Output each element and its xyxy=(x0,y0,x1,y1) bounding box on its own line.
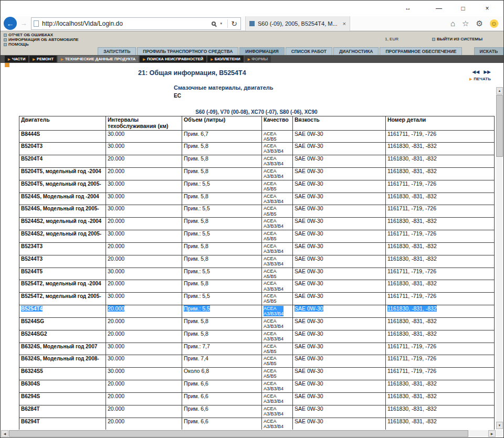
subtab-bulletins[interactable]: ▶ БЮЛЛЕТЕНИ xyxy=(207,56,243,62)
tab-information[interactable]: ИНФОРМАЦИЯ xyxy=(239,47,284,55)
table-row[interactable]: B5254T2, модельный год -2004 20.000 Прим… xyxy=(19,280,495,293)
cell-interval: 30.000 xyxy=(106,193,182,205)
table-row[interactable]: B5244S, Модельный год 2005- 30.000 Прим.… xyxy=(19,205,495,218)
minimize-button[interactable]: — xyxy=(427,3,451,14)
tab-launch[interactable]: ЗАПУСТИТЬ xyxy=(98,47,136,55)
print-button[interactable]: ▶ ПЕЧАТЬ xyxy=(469,77,491,81)
table-row[interactable]: B5204T4 20.000 Прим. 5,8 ACEA A3/B3/B4 S… xyxy=(19,155,495,168)
table-row[interactable]: B5244T5 30.000 Прим.: 5,5 ACEA A5/B5 SAE… xyxy=(19,268,495,280)
table-row[interactable]: B6284T 20.000 Прим. 6,6 ACEA A3/B3/B4 SA… xyxy=(19,405,495,418)
cell-interval: 20.000 xyxy=(106,405,182,418)
link-error-report[interactable]: ОТЧЕТ ОБ ОШИБКАХ xyxy=(4,33,79,37)
cell-engine: B5244S2, модельный год 2005- xyxy=(19,230,106,243)
nav-prev-icon[interactable]: ◀◀ xyxy=(472,69,479,74)
cell-quality: ACEA A3/B3/B4 xyxy=(262,143,293,155)
cell-part-number: 1161830, -831, -832 xyxy=(386,280,495,293)
cell-engine: B6324S, Модельный год 2007 xyxy=(19,343,106,355)
feedback-smiley-icon[interactable]: ☺ xyxy=(490,19,498,28)
table-row[interactable]: B5244S, Модельный год -2004 30.000 Прим.… xyxy=(19,193,495,205)
table-row[interactable]: B6294T 20.000 Прим. 6,6 ACEA A3/B3/B4 SA… xyxy=(19,418,495,430)
table-row[interactable]: B5254T2, модельный год 2005- 30.000 Прим… xyxy=(19,293,495,305)
cell-part-number: 1161830, -831, -832 xyxy=(386,255,495,268)
table-row[interactable]: B5244SG 20.000 Прим. 5,8 ACEA A3/B3/B4 S… xyxy=(19,317,495,330)
home-icon[interactable]: ⌂ xyxy=(450,19,455,28)
link-vehicle-info[interactable]: ИНФОРМАЦИЯ ОБ АВТОМОБИЛЕ xyxy=(4,37,79,42)
arrow-icon: ▶ xyxy=(211,57,213,61)
subtab-parts[interactable]: ▶ ЧАСТИ xyxy=(5,56,28,62)
cell-part-number: 1161830, -831, -832 xyxy=(386,167,495,180)
table-row[interactable]: B6324S, Модельный год 2007 30.000 Прим.:… xyxy=(19,343,495,355)
cell-volume: Прим. 5,8 xyxy=(182,167,262,180)
table-row[interactable]: B5204T5, модельный год 2005- 30.000 Прим… xyxy=(19,180,495,193)
table-row[interactable]: B5244S2, модельный год -2004 20.000 Прим… xyxy=(19,218,495,230)
tab-search[interactable]: ИСКАТЬ xyxy=(474,47,503,55)
subtab-fault-tracing[interactable]: ▶ ПОИСКА НЕИСПРАВНОСТЕЙ xyxy=(140,56,206,62)
cell-engine: B6324S5 xyxy=(19,368,106,380)
logout-button[interactable]: ВЫЙТИ ИЗ СИСТЕМЫ xyxy=(432,37,482,41)
tab-diagnostics[interactable]: ДИАГНОСТИКА xyxy=(333,47,379,55)
vertical-scroll-thumb[interactable] xyxy=(496,95,503,157)
cell-interval: 20.000 xyxy=(106,242,182,255)
table-row[interactable]: B6324S, Модельный год 2008- 30.000 Прим.… xyxy=(19,355,495,368)
cell-part-number: 1161830, -831, -832 xyxy=(386,380,495,393)
browser-tab[interactable]: S60 (-09), 2005, B5254T4, M... × xyxy=(245,16,350,31)
cell-quality: ACEA A5/B5 xyxy=(262,355,293,368)
table-row[interactable]: B5244S2, модельный год 2005- 30.000 Прим… xyxy=(19,230,495,243)
scroll-right-icon[interactable]: ▶ xyxy=(488,430,496,437)
back-button[interactable]: ← xyxy=(4,17,17,30)
address-bar[interactable]: http://localhost/Vida/Login.do ▼ ↻ xyxy=(31,17,241,30)
table-row[interactable]: B6294S 20.000 Прим. 6,6 ACEA A3/B3/B4 SA… xyxy=(19,392,495,405)
cell-part-number: 1161830, -831, -832 xyxy=(386,305,495,318)
subtab-label: ФОРМЫ xyxy=(251,57,268,61)
link-icon xyxy=(4,43,7,46)
url-text[interactable]: http://localhost/Vida/Login.do xyxy=(42,20,212,27)
col-quality: Качество xyxy=(262,116,293,131)
scroll-left-icon[interactable]: ◀ xyxy=(1,430,8,437)
maximize-button[interactable]: □ xyxy=(451,3,475,14)
table-row[interactable]: B5204T3 30.000 Прим. 5,8 ACEA A3/B3/B4 S… xyxy=(19,143,495,155)
table-row[interactable]: B5234T3 20.000 Прим. 5,8 ACEA A3/B3/B4 S… xyxy=(19,242,495,255)
section-subtitle: ЕС xyxy=(174,93,181,99)
subtab-repair[interactable]: ▶ РЕМОНТ xyxy=(29,56,57,62)
refresh-icon[interactable]: ↻ xyxy=(231,19,237,28)
horizontal-scroll-thumb[interactable] xyxy=(9,430,468,437)
table-row[interactable]: B6324S5 30.000 Около 6,8 ACEA A5/B5 SAE … xyxy=(19,368,495,380)
table-row[interactable]: B5244T3 20.000 Прим. 5,8 ACEA A3/B3/B4 S… xyxy=(19,255,495,268)
tab-close-icon[interactable]: × xyxy=(343,20,346,27)
table-row[interactable]: B5254T4 20.000 Прим.: 5,5 ACEA A3/B3/B4 … xyxy=(19,305,495,318)
panel-toggle-icon[interactable] xyxy=(5,63,9,67)
subtab-label: ТЕХНИЧЕСКИЕ ДАННЫЕ ПРОДУКТА xyxy=(65,57,136,61)
cell-engine: B5204T4 xyxy=(19,155,106,168)
settings-gear-icon[interactable]: ⚙ xyxy=(476,19,483,28)
tab-job-list[interactable]: СПИСОК РАБОТ xyxy=(286,47,332,55)
tab-vehicle-profile[interactable]: ПРОФИЛЬ ТРАНСПОРТНОГО СРЕДСТВА xyxy=(137,47,238,55)
cell-viscosity: SAE 0W-30 xyxy=(293,193,386,205)
cell-quality: ACEA A5/B5 xyxy=(262,368,293,380)
cell-interval: 20.000 xyxy=(106,330,182,343)
cell-part-number: 1161711, -719, -726 xyxy=(386,180,495,193)
cell-part-number: 1161830, -831, -832 xyxy=(386,330,495,343)
scroll-down-icon[interactable]: ▼ xyxy=(496,422,503,429)
cell-part-number: 1161830, -831, -832 xyxy=(386,317,495,330)
close-button[interactable]: × xyxy=(475,3,499,14)
chevron-down-icon[interactable]: ▼ xyxy=(219,22,223,25)
horizontal-scrollbar[interactable]: ◀ ▶ xyxy=(1,430,496,437)
table-row[interactable]: B5204T5, модельный год -2004 20.000 Прим… xyxy=(19,167,495,180)
cell-part-number: 1161830, -831, -832 xyxy=(386,155,495,168)
tab-software[interactable]: ПРОГРАММНОЕ ОБЕСПЕЧЕНИЕ xyxy=(380,47,462,55)
subtab-forms[interactable]: ▶ ФОРМЫ xyxy=(245,56,271,62)
logout-label: ВЫЙТИ ИЗ СИСТЕМЫ xyxy=(437,37,482,41)
forward-button[interactable]: → xyxy=(18,18,29,29)
vertical-scrollbar[interactable]: ▲ ▼ xyxy=(496,87,503,429)
cell-interval: 30.000 xyxy=(106,180,182,193)
scroll-up-icon[interactable]: ▲ xyxy=(496,87,503,94)
table-row[interactable]: B8444S 30.000 Прим. 6,7 ACEA A5/B5 SAE 0… xyxy=(19,130,495,143)
table-row[interactable]: B6304S 20.000 Прим. 6,6 ACEA A3/B3/B4 SA… xyxy=(19,380,495,393)
subtab-product-technical-data[interactable]: ▶ ТЕХНИЧЕСКИЕ ДАННЫЕ ПРОДУКТА xyxy=(58,56,139,62)
table-row[interactable]: B5244SG2 20.000 Прим. 5,8 ACEA A3/B3/B4 … xyxy=(19,330,495,343)
cell-viscosity: SAE 0W-30 xyxy=(293,255,386,268)
link-help[interactable]: ПОМОЩЬ xyxy=(4,42,79,47)
nav-next-icon[interactable]: ▶▶ xyxy=(484,69,491,74)
search-icon[interactable] xyxy=(212,22,216,26)
favorites-star-icon[interactable]: ☆ xyxy=(462,19,469,28)
